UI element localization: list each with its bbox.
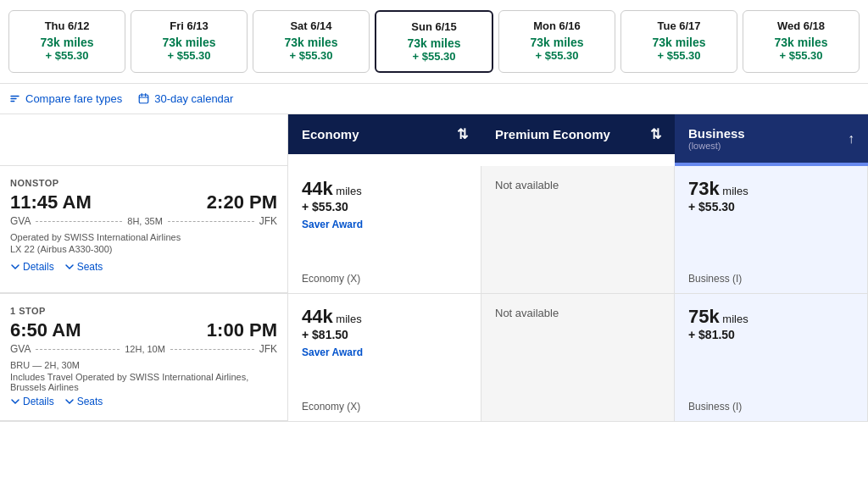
date-label-5: Tue 6/17 (628, 19, 730, 32)
date-card-0[interactable]: Thu 6/12 73k miles + $55.30 (8, 10, 125, 73)
depart-time-1: 6:50 AM (10, 319, 81, 341)
premium-sort-icon[interactable]: ⇅ (650, 126, 661, 142)
unavailable-text-premium-0: Not available (495, 177, 559, 191)
stop-badge-0: NONSTOP (10, 178, 277, 188)
economy-header-text: Economy (302, 127, 359, 141)
operated-by-0: Operated by SWISS International Airlines (10, 232, 277, 242)
fare-cell-economy-0[interactable]: 44k miles + $55.30 Saver Award Economy (… (288, 166, 481, 293)
date-label-6: Wed 6/18 (750, 19, 852, 32)
layover-1: BRU — 2H, 30M (10, 360, 277, 370)
date-miles-0: 73k miles (16, 36, 118, 49)
fare-award-economy-0[interactable]: Saver Award (302, 219, 467, 230)
date-miles-5: 73k miles (628, 36, 730, 49)
date-cash-2: + $55.30 (260, 49, 362, 62)
dest-1: JFK (259, 343, 277, 355)
time-row-1: 6:50 AM 1:00 PM (10, 319, 277, 341)
chevron-down-icon2 (64, 396, 75, 407)
date-card-2[interactable]: Sat 6/14 73k miles + $55.30 (253, 10, 370, 73)
date-label-2: Sat 6/14 (260, 19, 362, 32)
compare-fare-types-button[interactable]: Compare fare types (8, 92, 122, 105)
premium-bar (481, 154, 675, 158)
duration-1: 12H, 10M (125, 344, 165, 354)
details-link-1[interactable]: Details (10, 396, 54, 407)
date-miles-6: 73k miles (750, 36, 852, 49)
chevron-down-icon2 (64, 262, 75, 272)
operated-by-1: Includes Travel Operated by SWISS Intern… (10, 372, 277, 392)
economy-bar (288, 154, 481, 158)
fare-miles-economy-1: 44k (302, 306, 333, 327)
chevron-down-icon (10, 396, 20, 407)
fare-cell-business-0[interactable]: 73k miles + $55.30 Business (I) (675, 166, 868, 293)
route-line2-1 (170, 349, 254, 350)
fare-miles-business-0: 73k (688, 178, 720, 199)
fare-amount-business-0: 73k miles (688, 178, 854, 200)
fare-cash-business-1: + $81.50 (688, 328, 854, 341)
flight-info-0: NONSTOP 11:45 AM 2:20 PM GVA 8H, 35M JFK… (0, 166, 288, 293)
fare-unit-business-1: miles (720, 313, 748, 325)
economy-sort-icon[interactable]: ⇅ (457, 126, 468, 142)
fare-type-label-business-0: Business (I) (688, 273, 742, 285)
details-row-1: Details Seats (10, 396, 277, 407)
chevron-down-icon (10, 262, 20, 272)
business-header-text: Business (lowest) (688, 126, 745, 151)
details-link-0[interactable]: Details (10, 261, 54, 273)
fare-type-label-business-1: Business (I) (688, 401, 742, 413)
arrive-time-0: 2:20 PM (207, 191, 277, 213)
compare-icon (8, 92, 21, 105)
date-label-3: Sun 6/15 (383, 20, 485, 33)
seats-link-0[interactable]: Seats (64, 261, 103, 273)
date-cash-3: + $55.30 (383, 50, 485, 63)
seats-link-1[interactable]: Seats (64, 396, 103, 407)
date-miles-2: 73k miles (260, 36, 362, 49)
flight-row-0: NONSTOP 11:45 AM 2:20 PM GVA 8H, 35M JFK… (0, 166, 868, 294)
date-card-4[interactable]: Mon 6/16 73k miles + $55.30 (498, 10, 615, 73)
business-header-bar: Business (lowest) ↑ (675, 114, 868, 163)
fare-amount-economy-0: 44k miles (302, 178, 467, 200)
flight-info-1: 1 STOP 6:50 AM 1:00 PM GVA 12H, 10M JFK … (0, 294, 288, 421)
economy-label: Economy (302, 127, 359, 141)
fare-award-economy-1[interactable]: Saver Award (302, 346, 467, 358)
fare-unit-economy-0: miles (333, 185, 362, 197)
business-column-header: Business (lowest) ↑ (675, 114, 868, 166)
svg-rect-0 (139, 95, 148, 103)
flight-rows: NONSTOP 11:45 AM 2:20 PM GVA 8H, 35M JFK… (0, 166, 868, 422)
premium-header-text: Premium Economy (495, 127, 610, 141)
premium-header-bar: Premium Economy ⇅ (481, 114, 675, 154)
depart-time-0: 11:45 AM (10, 191, 92, 213)
date-miles-1: 73k miles (138, 36, 240, 49)
route-line-0 (36, 221, 122, 222)
calendar-button[interactable]: 30-day calendar (137, 92, 233, 105)
time-row-0: 11:45 AM 2:20 PM (10, 191, 277, 213)
fare-cell-business-1[interactable]: 75k miles + $81.50 Business (I) (675, 294, 868, 421)
business-label: Business (688, 126, 745, 141)
fare-cell-premium-0: Not available (481, 166, 675, 293)
premium-economy-column-header: Premium Economy ⇅ (481, 114, 675, 166)
date-card-1[interactable]: Fri 6/13 73k miles + $55.30 (131, 10, 248, 73)
date-cash-0: + $55.30 (16, 49, 118, 62)
date-label-1: Fri 6/13 (138, 19, 240, 32)
fare-unit-business-0: miles (720, 185, 748, 197)
dest-0: JFK (259, 215, 277, 227)
business-sub-label: (lowest) (688, 141, 745, 151)
compare-fare-label: Compare fare types (25, 92, 122, 105)
route-row-0: GVA 8H, 35M JFK (10, 215, 277, 227)
business-sort-icon[interactable]: ↑ (848, 131, 854, 147)
date-card-6[interactable]: Wed 6/18 73k miles + $55.30 (743, 10, 860, 73)
economy-column-header: Economy ⇅ (288, 114, 481, 166)
date-card-5[interactable]: Tue 6/17 73k miles + $55.30 (620, 10, 737, 73)
origin-1: GVA (10, 343, 31, 355)
date-card-3[interactable]: Sun 6/15 73k miles + $55.30 (375, 10, 493, 73)
fare-cell-economy-1[interactable]: 44k miles + $81.50 Saver Award Economy (… (288, 294, 481, 421)
route-row-1: GVA 12H, 10M JFK (10, 343, 277, 355)
calendar-label: 30-day calendar (154, 92, 233, 105)
fare-type-label-economy-1: Economy (X) (302, 401, 360, 413)
date-label-4: Mon 6/16 (506, 19, 608, 32)
fare-type-label-economy-0: Economy (X) (302, 273, 360, 285)
toolbar: Compare fare types 30-day calendar (0, 84, 868, 114)
date-miles-4: 73k miles (506, 36, 608, 49)
calendar-icon (137, 92, 150, 105)
fare-cash-economy-1: + $81.50 (302, 328, 467, 341)
fare-cell-premium-1: Not available (481, 294, 675, 421)
fare-unit-economy-1: miles (333, 313, 362, 325)
flight-code-0: LX 22 (Airbus A330-300) (10, 244, 277, 254)
